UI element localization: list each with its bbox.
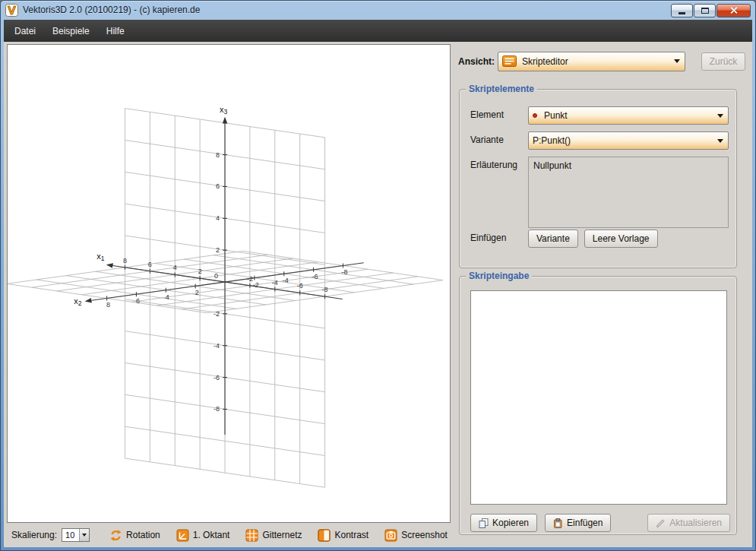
close-button[interactable] [716, 4, 751, 17]
chevron-down-icon [674, 59, 680, 63]
kontrast-toggle[interactable]: Kontrast [318, 529, 369, 542]
tick-label: -2 [253, 281, 259, 289]
skripteingabe-group: Skripteingabe Kopieren [459, 276, 737, 535]
zurueck-button[interactable]: Zurück [701, 52, 745, 71]
copy-icon [479, 518, 489, 528]
skalierung-label: Skalierung: [11, 530, 57, 540]
tick-label: -6 [312, 273, 318, 280]
chevron-down-icon [717, 114, 723, 118]
aktualisieren-button[interactable]: Aktualisieren [647, 514, 730, 532]
tick-label: -2 [214, 310, 220, 318]
tick-label: -4 [283, 277, 289, 284]
content-area: 222444666888-2-2-2-4-4-4-6-6-6-8-8-80x1x… [4, 42, 752, 547]
close-icon [729, 6, 738, 14]
octant-toggle[interactable]: 1. Oktant [176, 529, 230, 542]
grid-icon [245, 529, 258, 542]
octant-label: 1. Oktant [193, 530, 230, 540]
paste-icon [553, 518, 563, 528]
tick-label: 8 [106, 301, 110, 309]
tick-label: -8 [322, 286, 328, 293]
skalierung-dropdown-arrow[interactable] [79, 529, 89, 541]
tick-label: -4 [272, 279, 278, 287]
minimize-icon [679, 12, 685, 14]
menu-bar: Datei Beispiele Hilfe [4, 20, 752, 42]
variante-label: Variante [470, 135, 504, 145]
app-body: Datei Beispiele Hilfe 222444666888-2-2-2… [4, 20, 752, 547]
screenshot-icon [384, 529, 397, 542]
script-input-area[interactable] [470, 290, 727, 505]
tick-label: 4 [173, 264, 177, 271]
gitternetz-toggle[interactable]: Gitternetz [245, 529, 302, 542]
tick-label: 8 [123, 257, 127, 264]
maximize-button[interactable] [694, 4, 716, 17]
menu-hilfe[interactable]: Hilfe [98, 20, 133, 42]
tick-label: 2 [198, 268, 202, 275]
application-window: Vektoris3D 2.0 (20100219) - (c) kapieren… [0, 0, 756, 551]
right-panel: Ansicht: Skripteditor Zurück [457, 42, 752, 547]
maximize-icon [701, 8, 709, 14]
octant-icon [176, 529, 189, 542]
menu-beispiele[interactable]: Beispiele [44, 20, 98, 42]
skriptelemente-title: Skriptelemente [466, 84, 537, 94]
variante-button[interactable]: Variante [528, 230, 578, 248]
tick-label: 6 [136, 297, 140, 305]
gitternetz-label: Gitternetz [262, 530, 302, 540]
kontrast-label: Kontrast [334, 530, 369, 540]
erlaeuterung-label: Erläuterung [470, 160, 517, 170]
element-combobox[interactable]: Punkt [528, 106, 729, 125]
title-bar[interactable]: Vektoris3D 2.0 (20100219) - (c) kapieren… [1, 1, 755, 19]
erlaeuterung-box: Nullpunkt [528, 157, 729, 228]
chevron-down-icon [717, 139, 723, 143]
minimize-button[interactable] [671, 4, 693, 17]
screenshot-label: Screenshot [401, 530, 448, 540]
rotation-toggle[interactable]: Rotation [109, 529, 160, 542]
element-label: Element [470, 109, 504, 120]
menu-datei[interactable]: Datei [6, 20, 44, 42]
skriptelemente-group: Skriptelemente Element Punkt Variante P:… [459, 89, 737, 268]
bottom-toolbar: Skalierung: 10 Rotation [11, 526, 463, 544]
einfuegen-label: Einfügen [470, 233, 506, 243]
tick-label: 4 [216, 214, 220, 222]
point-icon [533, 113, 537, 118]
skripteingabe-title: Skripteingabe [466, 271, 532, 281]
ansicht-label: Ansicht: [458, 56, 498, 67]
script-icon [502, 55, 517, 67]
tick-label: -6 [297, 282, 303, 290]
variante-combobox[interactable]: P:Punkt() [528, 131, 729, 150]
screenshot-button[interactable]: Screenshot [384, 529, 448, 542]
skalierung-value: 10 [62, 529, 79, 541]
einfuegen-button[interactable]: Einfügen [545, 514, 611, 532]
coordinate-system-3d: 222444666888-2-2-2-4-4-4-6-6-6-8-8-80x1x… [8, 45, 450, 522]
contrast-icon [318, 529, 331, 542]
tick-label: -4 [214, 342, 220, 350]
skalierung-select[interactable]: 10 [62, 528, 90, 542]
rotation-icon [109, 529, 122, 542]
tick-label: 6 [148, 261, 152, 268]
tick-label: 2 [216, 246, 220, 254]
axis-label-x2: x2 [74, 296, 81, 307]
view-combobox-value: Skripteditor [522, 56, 568, 67]
origin-label: 0 [214, 272, 218, 280]
script-buttons-row: Kopieren Einfügen [470, 514, 730, 532]
tick-label: 2 [195, 289, 199, 296]
tick-label: -6 [214, 374, 220, 382]
leere-vorlage-button[interactable]: Leere Vorlage [584, 230, 658, 248]
axis-label-x1: x1 [96, 252, 104, 262]
axis-label-x3: x3 [220, 105, 227, 116]
view-selector-row: Ansicht: Skripteditor Zurück [458, 51, 745, 71]
template-buttons-row: Variante Leere Vorlage [528, 230, 658, 248]
window-title: Vektoris3D 2.0 (20100219) - (c) kapieren… [23, 5, 200, 15]
edit-icon [656, 518, 666, 528]
tick-label: 4 [166, 293, 169, 301]
viewport-3d[interactable]: 222444666888-2-2-2-4-4-4-6-6-6-8-8-80x1x… [7, 44, 451, 523]
kopieren-button[interactable]: Kopieren [470, 514, 537, 532]
element-combobox-value: Punkt [544, 110, 568, 121]
window-controls [671, 3, 751, 17]
variante-combobox-value: P:Punkt() [533, 135, 571, 146]
rotation-label: Rotation [126, 530, 160, 540]
tick-label: 8 [216, 151, 220, 159]
tick-label: -2 [247, 275, 253, 283]
tick-label: -8 [214, 405, 220, 413]
view-combobox[interactable]: Skripteditor [498, 52, 685, 71]
app-icon[interactable] [5, 4, 18, 17]
